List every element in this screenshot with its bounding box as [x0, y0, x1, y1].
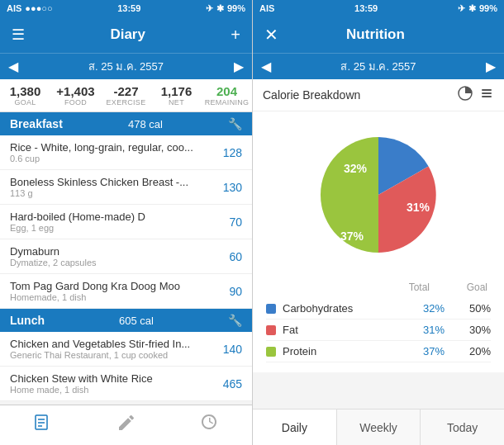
- today-button[interactable]: Today: [421, 409, 504, 445]
- exercise-label: EXERCISE: [101, 98, 151, 107]
- breakfast-label: Breakfast: [10, 117, 63, 130]
- macro-table: Total Goal Carbohydrates 32% 50% Fat 31%…: [253, 275, 504, 372]
- status-left: AIS: [259, 3, 274, 13]
- nav-icon: ✈: [458, 3, 465, 14]
- food-item[interactable]: Dymaburn Dymatize, 2 capsules 60: [0, 239, 252, 274]
- goal-label: GOAL: [0, 98, 50, 107]
- battery-icon: ✈: [206, 3, 213, 14]
- close-icon[interactable]: ✕: [264, 25, 278, 45]
- food-item[interactable]: Chicken and Vegetables Stir-fried In... …: [0, 332, 252, 367]
- protein-color: [266, 347, 276, 357]
- net-value: 1,176: [151, 84, 202, 98]
- svg-text:32%: 32%: [344, 162, 368, 175]
- food-info: Rice - White, long-grain, regular, coo..…: [10, 141, 217, 163]
- bluetooth-icon: ✱: [468, 3, 476, 14]
- food-detail: Homemade, 1 dish: [10, 292, 217, 302]
- svg-rect-5: [482, 89, 492, 91]
- food-cal: 60: [217, 250, 242, 263]
- net-label: NET: [151, 98, 202, 107]
- exercise-stat: -227 EXERCISE: [101, 84, 151, 107]
- breakdown-icons: [458, 86, 494, 104]
- lunch-settings-icon[interactable]: 🔧: [228, 314, 242, 327]
- total-col-header: Total: [397, 282, 430, 293]
- remaining-label: REMAINING: [202, 98, 252, 107]
- protein-total: 37%: [423, 345, 458, 357]
- food-item[interactable]: Hard-boiled (Home-made) D Egg, 1 egg 70: [0, 205, 252, 239]
- food-info: Tom Pag Gard Dong Kra Doog Moo Homemade,…: [10, 280, 217, 302]
- pie-chart-icon[interactable]: [458, 86, 473, 104]
- tab-diary[interactable]: [0, 405, 84, 445]
- food-cal: 130: [217, 181, 242, 194]
- edit-tab-icon: [116, 413, 136, 438]
- current-date: ส. 25 ม.ค. 2557: [340, 58, 416, 75]
- protein-name: Protein: [283, 345, 423, 357]
- tab-nutrition[interactable]: [168, 405, 252, 445]
- carbs-color: [266, 304, 276, 314]
- left-status-bar: AIS ●●●○○ 13:59 ✈ ✱ 99%: [0, 0, 252, 17]
- diary-tab-icon: [32, 413, 52, 438]
- remaining-value: 204: [202, 84, 252, 98]
- fat-name: Fat: [283, 324, 423, 336]
- carbs-total: 32%: [423, 302, 458, 315]
- food-stat: +1,403 FOOD: [50, 84, 101, 107]
- goal-stat: 1,380 GOAL: [0, 84, 50, 107]
- food-item[interactable]: Rice - White, long-grain, regular, coo..…: [0, 135, 252, 170]
- battery-text: 99%: [227, 3, 245, 13]
- food-name: Chicken Stew with White Rice: [10, 372, 200, 385]
- net-stat: 1,176 NET: [151, 84, 202, 107]
- carbs-goal: 50%: [458, 302, 491, 315]
- status-right: ✈ ✱ 99%: [206, 3, 245, 14]
- food-cal: 140: [217, 343, 242, 356]
- food-item[interactable]: Boneless Skinless Chicken Breast -... 11…: [0, 170, 252, 205]
- food-cal: 70: [217, 215, 242, 229]
- tab-bar: [0, 405, 252, 445]
- stats-bar: 1,380 GOAL +1,403 FOOD -227 EXERCISE 1,1…: [0, 79, 252, 112]
- macro-row-fat: Fat 31% 30%: [266, 320, 491, 341]
- tab-edit[interactable]: [84, 405, 169, 445]
- lunch-section-header: Lunch 605 cal 🔧: [0, 309, 252, 332]
- food-name: Hard-boiled (Home-made) D: [10, 211, 200, 223]
- macro-row-protein: Protein 37% 20%: [266, 341, 491, 362]
- prev-date-button[interactable]: ◀: [8, 59, 18, 74]
- calorie-breakdown-title: Calorie Breakdown: [263, 88, 360, 102]
- lunch-label: Lunch: [10, 314, 45, 327]
- left-date-nav: ◀ ส. 25 ม.ค. 2557 ▶: [0, 53, 252, 79]
- breakfast-cal: 478 cal: [128, 118, 163, 130]
- svg-rect-6: [482, 92, 492, 94]
- diary-header: ☰ Diary +: [0, 17, 252, 53]
- food-value: +1,403: [50, 84, 101, 98]
- weekly-button[interactable]: Weekly: [337, 409, 421, 445]
- svg-rect-7: [482, 96, 492, 97]
- carrier-text: AIS: [7, 3, 21, 13]
- nutrition-scroll[interactable]: Calorie Breakdown: [253, 79, 504, 445]
- lunch-cal: 605 cal: [119, 315, 154, 327]
- goal-value: 1,380: [0, 84, 50, 98]
- macro-header: Total Goal: [266, 282, 491, 293]
- carbs-name: Carbohydrates: [283, 302, 423, 315]
- add-icon[interactable]: +: [231, 26, 240, 45]
- food-detail: Generic Thai Restaurant, 1 cup cooked: [10, 350, 217, 360]
- prev-date-button[interactable]: ◀: [261, 59, 271, 74]
- food-detail: 0.6 cup: [10, 154, 217, 163]
- daily-button[interactable]: Daily: [253, 409, 337, 445]
- food-detail: 113 g: [10, 188, 217, 198]
- list-icon[interactable]: [479, 86, 494, 104]
- food-info: Boneless Skinless Chicken Breast -... 11…: [10, 176, 217, 198]
- diary-title: Diary: [110, 26, 145, 43]
- food-detail: Egg, 1 egg: [10, 223, 217, 233]
- svg-text:37%: 37%: [340, 230, 364, 243]
- diary-scroll[interactable]: Breakfast 478 cal 🔧 Rice - White, long-g…: [0, 112, 252, 405]
- food-cal: 90: [217, 285, 242, 298]
- fat-total: 31%: [423, 324, 458, 336]
- food-item[interactable]: Chicken Stew with White Rice Home made, …: [0, 367, 252, 401]
- protein-goal: 20%: [458, 345, 491, 357]
- left-panel: AIS ●●●○○ 13:59 ✈ ✱ 99% ☰ Diary + ◀ ส. 2…: [0, 0, 252, 445]
- food-detail: Home made, 1 dish: [10, 385, 217, 395]
- menu-icon[interactable]: ☰: [12, 26, 25, 44]
- status-right: ✈ ✱ 99%: [458, 3, 497, 14]
- next-date-button[interactable]: ▶: [234, 59, 244, 74]
- breakfast-settings-icon[interactable]: 🔧: [228, 117, 242, 130]
- time-text: 13:59: [354, 3, 378, 13]
- food-item[interactable]: Tom Pag Gard Dong Kra Doog Moo Homemade,…: [0, 274, 252, 309]
- next-date-button[interactable]: ▶: [486, 59, 496, 74]
